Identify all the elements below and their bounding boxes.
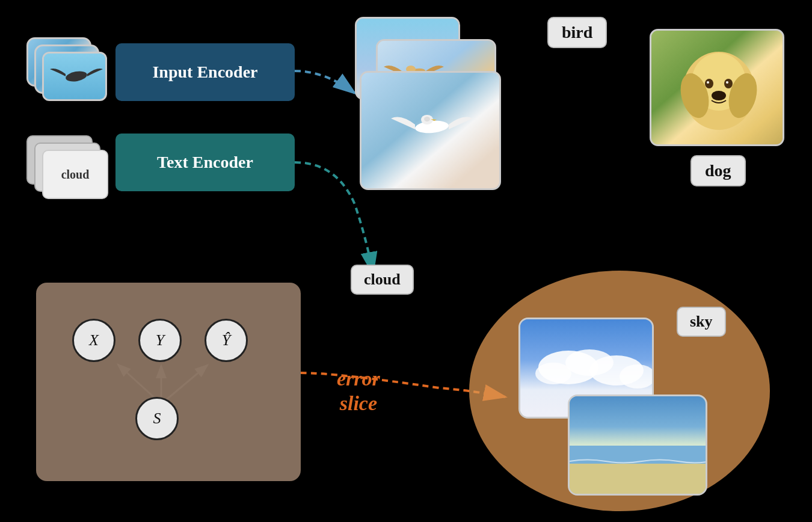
beach-image <box>568 395 707 496</box>
svg-rect-40 <box>570 446 707 464</box>
input-encoder-label: Input Encoder <box>152 63 257 82</box>
node-x-label: X <box>89 331 99 349</box>
node-x: X <box>72 319 115 362</box>
input-encoder-box: Input Encoder <box>115 43 295 101</box>
node-s-label: S <box>153 410 161 428</box>
svg-point-30 <box>712 91 726 100</box>
svg-point-27 <box>724 79 733 88</box>
error-slice-text: error slice <box>337 367 380 416</box>
dog-label-text: dog <box>705 161 731 180</box>
node-yhat: Ŷ <box>205 319 248 362</box>
svg-point-35 <box>535 363 571 384</box>
svg-point-29 <box>726 81 728 84</box>
node-yhat-label: Ŷ <box>222 331 230 349</box>
text-encoder-label: Text Encoder <box>157 153 253 172</box>
svg-point-28 <box>707 81 709 84</box>
cloud-result-label-text: cloud <box>364 271 401 288</box>
node-s: S <box>135 397 179 440</box>
text-encoder-box: Text Encoder <box>115 134 295 191</box>
sky-label-badge: sky <box>677 307 726 337</box>
dog-image <box>650 29 784 146</box>
error-slice-line1: error <box>337 367 380 392</box>
bird-label-text: bird <box>562 23 592 41</box>
svg-point-26 <box>705 79 713 88</box>
svg-rect-39 <box>570 462 707 496</box>
cloud-input-label-text: cloud <box>61 168 90 182</box>
bird-result-stack-front <box>360 71 501 190</box>
svg-point-20 <box>424 117 430 121</box>
node-y: Y <box>138 319 182 362</box>
node-y-label: Y <box>156 331 164 349</box>
text-input-stack-front: cloud <box>42 150 108 199</box>
causal-graph-box <box>36 283 301 481</box>
sky-label-text: sky <box>690 313 713 330</box>
bird-label-badge: bird <box>547 17 607 48</box>
error-slice-line2: slice <box>337 392 380 416</box>
input-image-stack-front <box>42 52 107 101</box>
dog-label-badge: dog <box>691 155 746 186</box>
cloud-result-label-badge: cloud <box>351 265 414 295</box>
